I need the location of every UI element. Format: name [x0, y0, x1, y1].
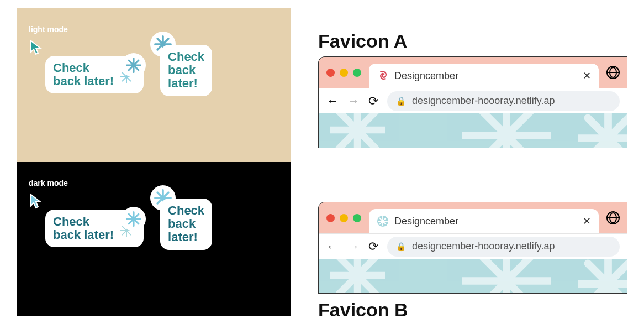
favicon-b-section: Designcember ✕ ← → ⟳ 🔒 designcember-hooo…: [318, 202, 627, 321]
favicon-b-label: Favicon B: [318, 299, 627, 321]
tooltip-text: Checkbacklater!: [168, 50, 204, 91]
browser-tabbar: Designcember ✕: [319, 57, 627, 88]
globe-icon[interactable]: [606, 66, 620, 79]
address-bar[interactable]: 🔒 designcember-hoooray.netlify.ap: [387, 91, 620, 111]
pointer-cursor-icon: [29, 39, 42, 56]
reload-icon[interactable]: ⟳: [368, 239, 378, 254]
tab-title: Designcember: [394, 216, 577, 227]
browser-toolbar: ← → ⟳ 🔒 designcember-hoooray.netlify.ap: [319, 88, 627, 113]
globe-icon[interactable]: [606, 211, 620, 224]
minimize-window-icon[interactable]: [340, 69, 348, 77]
lock-icon: 🔒: [396, 242, 407, 252]
window-controls: [326, 69, 361, 77]
pointer-cursor-icon: [29, 193, 42, 210]
close-window-icon[interactable]: [326, 69, 335, 77]
light-mode-panel: light mode Checkback later!: [17, 8, 291, 162]
favicon-b-icon: [377, 215, 389, 227]
tooltip-with-cursor: Checkback later!: [45, 210, 144, 247]
browser-tab[interactable]: Designcember ✕: [369, 209, 599, 233]
tooltip-stacked: Checkbacklater!: [160, 199, 212, 250]
mode-comparison: light mode Checkback later!: [17, 8, 291, 321]
lock-icon: 🔒: [396, 96, 407, 106]
back-icon[interactable]: ←: [326, 94, 339, 108]
snowflake-icon: [122, 207, 146, 231]
page-content: [319, 113, 627, 148]
dark-mode-panel: dark mode Checkback later!: [17, 162, 291, 316]
forward-icon[interactable]: →: [347, 94, 360, 108]
snowflake-icon: [122, 53, 146, 77]
minimize-window-icon[interactable]: [340, 214, 348, 222]
tooltip-card: Checkback later!: [45, 210, 144, 247]
url-text: designcember-hoooray.netlify.ap: [412, 95, 555, 107]
favicon-a-section: Favicon A Designcember ✕ ←: [318, 30, 627, 148]
tab-close-icon[interactable]: ✕: [583, 215, 591, 227]
browser-window-b: Designcember ✕ ← → ⟳ 🔒 designcember-hooo…: [318, 202, 627, 294]
browser-toolbar: ← → ⟳ 🔒 designcember-hoooray.netlify.ap: [319, 233, 627, 259]
back-icon[interactable]: ←: [326, 239, 339, 254]
dark-tooltips-row: Checkback later!: [29, 210, 278, 250]
tooltip-text: Checkback later!: [53, 61, 114, 88]
url-text: designcember-hoooray.netlify.ap: [412, 241, 555, 252]
address-bar[interactable]: 🔒 designcember-hoooray.netlify.ap: [387, 237, 620, 257]
light-mode-label: light mode: [29, 25, 278, 34]
browser-tabbar: Designcember ✕: [319, 202, 627, 233]
tooltip-stacked: Checkbacklater!: [160, 45, 212, 96]
browser-tab[interactable]: Designcember ✕: [369, 64, 599, 88]
window-controls: [326, 214, 361, 222]
tooltip-card: Checkbacklater!: [160, 199, 212, 250]
tooltip-card: Checkback later!: [45, 56, 144, 93]
browser-window-a: Designcember ✕ ← → ⟳ 🔒 designcember-hooo…: [318, 56, 627, 148]
maximize-window-icon[interactable]: [353, 214, 361, 222]
tab-title: Designcember: [394, 70, 577, 82]
forward-icon[interactable]: →: [347, 239, 360, 254]
favicon-comparison: Favicon A Designcember ✕ ←: [318, 8, 627, 321]
tooltip-text: Checkbacklater!: [168, 204, 204, 244]
tooltip-with-cursor: Checkback later!: [45, 56, 144, 93]
page-content: [319, 259, 627, 293]
close-window-icon[interactable]: [326, 214, 335, 222]
tooltip-card: Checkbacklater!: [160, 45, 212, 96]
tab-close-icon[interactable]: ✕: [583, 70, 591, 82]
dark-mode-label: dark mode: [29, 179, 278, 187]
light-tooltips-row: Checkback later!: [29, 56, 278, 96]
reload-icon[interactable]: ⟳: [368, 94, 378, 108]
favicon-a-label: Favicon A: [318, 30, 627, 52]
favicon-a-icon: [377, 70, 389, 82]
tooltip-text: Checkback later!: [53, 215, 114, 242]
maximize-window-icon[interactable]: [353, 69, 361, 77]
